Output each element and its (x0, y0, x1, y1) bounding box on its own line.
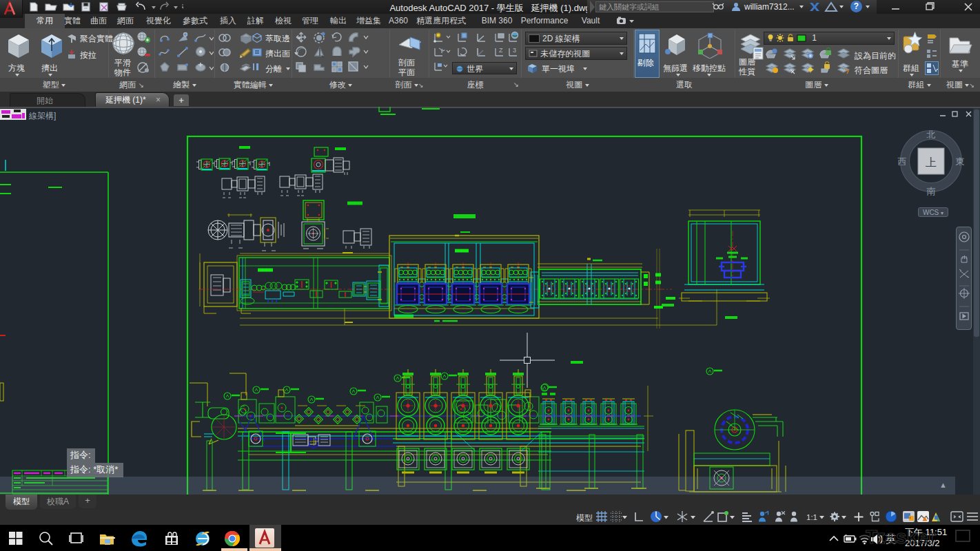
svg-text:東: 東 (956, 156, 965, 167)
svg-text:3: 3 (513, 47, 516, 54)
svg-text:南: 南 (927, 186, 936, 196)
svg-text:上: 上 (926, 156, 937, 168)
svg-text:Z: Z (499, 47, 503, 54)
svg-text:1:1: 1:1 (806, 513, 817, 521)
svg-text:西: 西 (898, 156, 907, 167)
svg-text:北: 北 (927, 129, 936, 140)
